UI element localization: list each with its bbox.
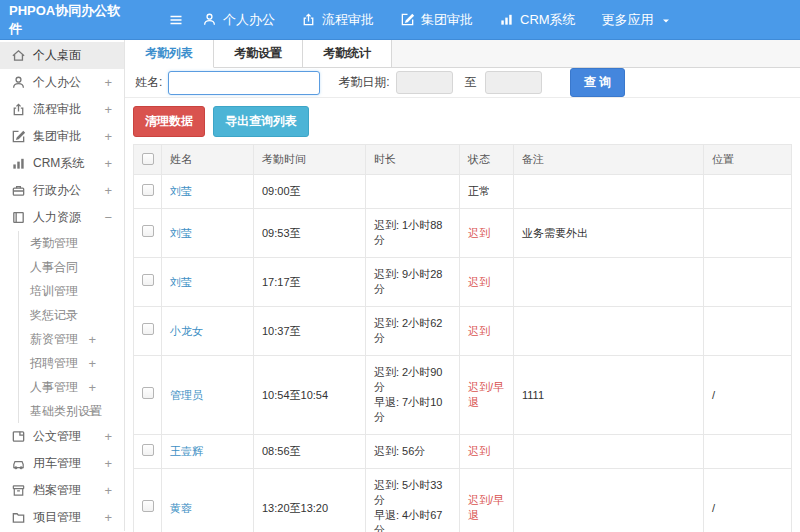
tab-label: 考勤统计 (323, 46, 371, 60)
sidebar-item[interactable]: 项目管理+ (0, 504, 124, 531)
name-cell: 小龙女 (162, 307, 254, 356)
navbar-item-label: 个人办公 (223, 11, 275, 29)
expand-toggle-icon[interactable]: − (104, 210, 112, 225)
duration-text: 早退: 4小时67分 (374, 508, 451, 532)
checkbox-cell (134, 307, 162, 356)
sidebar-item[interactable]: 人事管理+ (18, 375, 124, 399)
navbar-item[interactable]: 个人办公 (202, 11, 275, 29)
share-icon (301, 12, 316, 27)
navbar-item[interactable]: 流程审批 (301, 11, 374, 29)
status-cell: 迟到 (460, 258, 514, 307)
remark-cell (514, 258, 704, 307)
share-icon (11, 102, 26, 117)
expand-toggle-icon[interactable]: + (104, 156, 112, 171)
employee-name-link[interactable]: 小龙女 (170, 325, 203, 337)
expand-toggle-icon[interactable]: + (88, 380, 96, 395)
sidebar-item-label: 人力资源 (33, 209, 81, 226)
row-checkbox[interactable] (142, 274, 154, 286)
expand-toggle-icon[interactable]: + (104, 510, 112, 525)
clean-data-button[interactable]: 清理数据 (133, 106, 205, 137)
attendance-time: 09:53至 (262, 227, 301, 239)
expand-toggle-icon[interactable]: + (104, 183, 112, 198)
duration-text: 迟到: 5小时33分 (374, 478, 451, 508)
employee-name-link[interactable]: 刘莹 (170, 185, 192, 197)
sidebar-item[interactable]: 奖惩记录 (18, 303, 124, 327)
employee-name-link[interactable]: 刘莹 (170, 276, 192, 288)
remark-cell (514, 435, 704, 469)
navbar-item[interactable]: 更多应用 (602, 11, 672, 29)
book-icon (11, 210, 26, 225)
sidebar-item[interactable]: 集团审批+ (0, 123, 124, 150)
sidebar-item[interactable]: 用车管理+ (0, 450, 124, 477)
checkbox-cell (134, 175, 162, 209)
hamburger-menu-icon[interactable] (168, 12, 184, 28)
sidebar-item[interactable]: 个人办公+ (0, 69, 124, 96)
query-button[interactable]: 查 询 (570, 68, 625, 97)
status-badge: 迟到 (468, 445, 490, 457)
tab-item[interactable]: 考勤列表 (125, 40, 214, 68)
sidebar-item[interactable]: 流程审批+ (0, 96, 124, 123)
expand-toggle-icon[interactable]: + (104, 483, 112, 498)
sidebar-item[interactable]: CRM系统+ (0, 150, 124, 177)
column-header: 位置 (704, 145, 792, 175)
table-row: 王壹辉08:56至迟到: 56分迟到 (134, 435, 792, 469)
navbar-item-label: CRM系统 (520, 11, 576, 29)
navbar-item[interactable]: CRM系统 (499, 11, 576, 29)
row-checkbox[interactable] (142, 444, 154, 456)
sidebar-item[interactable]: 招聘管理+ (18, 351, 124, 375)
expand-toggle-icon[interactable]: + (88, 332, 96, 347)
expand-toggle-icon[interactable]: + (104, 456, 112, 471)
row-checkbox[interactable] (142, 500, 154, 512)
employee-name-link[interactable]: 黄蓉 (170, 502, 192, 514)
sidebar-item[interactable]: 基础类别设置+ (18, 399, 124, 423)
employee-name-link[interactable]: 王壹辉 (170, 445, 203, 457)
location-text: / (712, 389, 715, 401)
user-icon (202, 12, 217, 27)
export-list-button[interactable]: 导出查询列表 (213, 106, 309, 137)
expand-toggle-icon[interactable]: + (104, 129, 112, 144)
archive-icon (11, 483, 26, 498)
expand-toggle-icon[interactable]: + (104, 429, 112, 444)
row-checkbox[interactable] (142, 184, 154, 196)
row-checkbox[interactable] (142, 387, 154, 399)
sidebar-item[interactable]: 档案管理+ (0, 477, 124, 504)
duration-text: 迟到: 2小时90分 (374, 365, 451, 395)
duration-cell: 迟到: 9小时28分 (366, 258, 460, 307)
expand-toggle-icon[interactable]: + (104, 75, 112, 90)
sidebar-item[interactable]: 培训管理 (18, 279, 124, 303)
location-cell (704, 435, 792, 469)
remark-text: 1111 (522, 389, 544, 401)
employee-name-link[interactable]: 刘莹 (170, 227, 192, 239)
tab-item[interactable]: 考勤统计 (303, 40, 392, 67)
date-from-input[interactable] (396, 71, 453, 94)
name-input[interactable] (168, 71, 320, 95)
location-text: / (712, 502, 715, 514)
sidebar-item[interactable]: 行政办公+ (0, 177, 124, 204)
attendance-time: 10:54至10:54 (262, 389, 328, 401)
name-cell: 刘莹 (162, 209, 254, 258)
sidebar-item[interactable]: 考勤管理 (18, 231, 124, 255)
tab-item[interactable]: 考勤设置 (214, 40, 303, 67)
attendance-time: 13:20至13:20 (262, 502, 328, 514)
date-to-input[interactable] (485, 71, 542, 94)
sidebar-item[interactable]: 人事合同 (18, 255, 124, 279)
navbar-item[interactable]: 集团审批 (400, 11, 473, 29)
sidebar-item[interactable]: 人力资源− (0, 204, 124, 231)
sidebar-item[interactable]: 个人桌面 (0, 42, 124, 69)
sidebar-item-label: 用车管理 (33, 455, 81, 472)
expand-toggle-icon[interactable]: + (88, 404, 96, 419)
row-checkbox[interactable] (142, 225, 154, 237)
sidebar-item[interactable]: 薪资管理+ (18, 327, 124, 351)
employee-name-link[interactable]: 管理员 (170, 389, 203, 401)
duration-cell: 迟到: 2小时90分早退: 7小时10分 (366, 356, 460, 435)
status-badge: 迟到/早退 (468, 494, 504, 521)
sidebar-item-label: 流程审批 (33, 101, 81, 118)
expand-toggle-icon[interactable]: + (88, 356, 96, 371)
expand-toggle-icon[interactable]: + (104, 102, 112, 117)
sidebar-item[interactable]: 公文管理+ (0, 423, 124, 450)
time-cell: 08:56至 (254, 435, 366, 469)
row-checkbox[interactable] (142, 323, 154, 335)
location-cell: / (704, 469, 792, 532)
duration-cell: 迟到: 2小时62分 (366, 307, 460, 356)
select-all-checkbox[interactable] (142, 153, 154, 165)
